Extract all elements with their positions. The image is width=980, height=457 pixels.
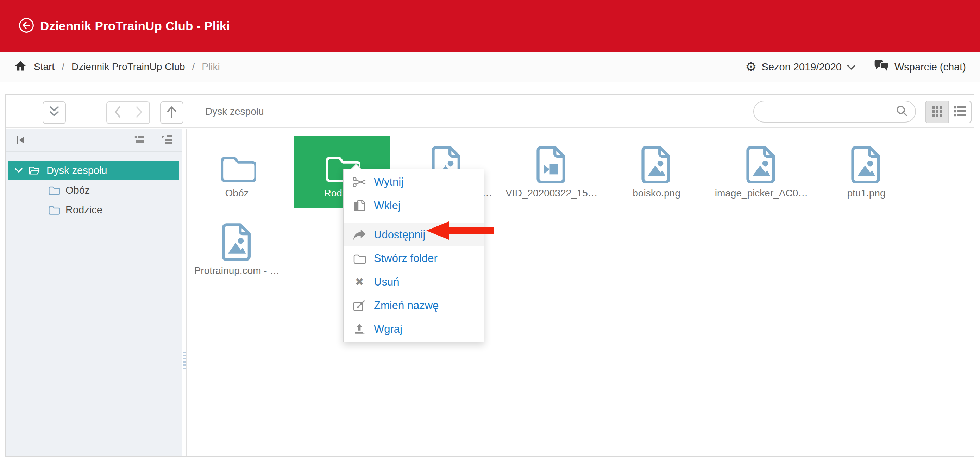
season-selector[interactable]: ⚙ Sezon 2019/2020 — [745, 61, 856, 73]
menu-item-wytnij[interactable]: Wytnij — [344, 170, 484, 194]
arrow-left-circle-icon — [18, 17, 35, 35]
menu-item-label: Stwórz folder — [374, 252, 438, 265]
menu-item-zmien-nazwe[interactable]: Zmień nazwę — [344, 294, 484, 317]
tree-item-label: Obóz — [65, 185, 90, 196]
collapse-tree-icon[interactable] — [132, 135, 145, 145]
chevron-right-icon — [135, 106, 143, 119]
file-tile-image-picker[interactable]: image_picker_AC0… — [713, 136, 810, 208]
paste-icon — [352, 199, 367, 212]
search-icon[interactable] — [896, 105, 908, 119]
sidebar-resize-handle[interactable] — [183, 352, 186, 369]
support-chat-link[interactable]: Wsparcie (chat) — [874, 59, 966, 75]
support-label: Wsparcie (chat) — [894, 61, 966, 73]
screen: Dziennik ProTrainUp Club - Pliki Start /… — [0, 0, 980, 457]
tree-item-label: Rodzice — [65, 204, 102, 216]
menu-item-udostepnij[interactable]: Udostępnij — [344, 223, 484, 247]
video-file-icon — [503, 136, 600, 185]
breadcrumb-item-club[interactable]: Dziennik ProTrainUp Club — [72, 61, 185, 73]
back-nav-button[interactable] — [107, 102, 129, 123]
share-icon — [352, 229, 367, 240]
file-name: boisko.png — [608, 185, 705, 201]
breadcrumb-bar: Start / Dziennik ProTrainUp Club / Pliki… — [0, 52, 980, 83]
file-name: image_picker_AC0… — [713, 185, 810, 201]
collapse-sidebar-icon[interactable] — [15, 134, 27, 146]
current-location-label: Dysk zespołu — [205, 95, 264, 128]
delete-icon: ✖ — [352, 277, 367, 287]
image-file-icon — [818, 136, 915, 185]
file-tile-ptu1[interactable]: ptu1.png — [818, 136, 915, 208]
menu-item-label: Wgraj — [374, 323, 402, 336]
rename-icon — [352, 299, 367, 312]
file-name: Protrainup.com - … — [189, 263, 285, 279]
app-header: Dziennik ProTrainUp Club - Pliki — [0, 0, 980, 52]
file-manager-toolbar: Dysk zespołu — [6, 95, 974, 128]
expand-tree-icon[interactable] — [161, 135, 173, 145]
folder-tree-sidebar: Dysk zespołu Obóz — [6, 129, 182, 456]
search-input[interactable] — [754, 106, 896, 117]
tree-item-label: Dysk zespołu — [46, 165, 107, 177]
forward-nav-button[interactable] — [129, 102, 149, 123]
page-title: Dziennik ProTrainUp Club - Pliki — [40, 19, 230, 33]
double-chevron-down-icon — [48, 106, 60, 120]
menu-item-stworz-folder[interactable]: Stwórz folder — [344, 247, 484, 270]
file-tile-vid[interactable]: VID_20200322_15… — [503, 136, 600, 208]
menu-divider — [344, 220, 484, 220]
history-nav-group — [106, 101, 150, 124]
list-view-button[interactable] — [949, 101, 971, 123]
tree-item-dysk-zespolu[interactable]: Dysk zespołu — [8, 161, 179, 180]
menu-item-wgraj[interactable]: Wgraj — [344, 317, 484, 341]
file-manager-panel: Dysk zespołu — [5, 94, 974, 457]
menu-item-label: Zmień nazwę — [374, 299, 439, 312]
tree-expander-icon[interactable] — [13, 167, 25, 173]
tree-item-rodzice[interactable]: Rodzice — [6, 200, 182, 220]
grid-view-button[interactable] — [926, 101, 949, 123]
breadcrumb-separator: / — [62, 61, 64, 73]
tree-item-oboz[interactable]: Obóz — [6, 180, 182, 200]
gear-icon: ⚙ — [745, 61, 756, 73]
menu-item-wklej[interactable]: Wklej — [344, 194, 484, 217]
file-grid: Obóz Rodzice — [186, 129, 974, 456]
upload-icon — [352, 323, 367, 336]
folder-tree: Dysk zespołu Obóz — [6, 152, 182, 220]
breadcrumb-item-start[interactable]: Start — [34, 61, 54, 73]
list-view-icon — [954, 105, 966, 119]
open-folder-icon — [28, 165, 40, 176]
folder-icon — [189, 136, 285, 185]
image-file-icon — [189, 213, 285, 263]
file-name: Obóz — [189, 185, 285, 201]
menu-item-label: Wytnij — [374, 176, 403, 188]
breadcrumb: Start / Dziennik ProTrainUp Club / Pliki — [14, 60, 220, 74]
season-label: Sezon 2019/2020 — [762, 61, 842, 73]
sidebar-header — [6, 129, 182, 152]
breadcrumb-separator: / — [192, 61, 195, 73]
file-tile-protrainup[interactable]: Protrainup.com - … — [189, 213, 285, 285]
image-file-icon — [608, 136, 705, 185]
sidebar-divider — [182, 129, 186, 456]
collapse-toolbar-button[interactable] — [43, 101, 66, 124]
view-toggle-group — [925, 101, 972, 123]
up-directory-button[interactable] — [160, 101, 183, 124]
breadcrumb-item-pliki: Pliki — [202, 61, 220, 73]
file-tile-oboz[interactable]: Obóz — [189, 136, 285, 208]
image-file-icon — [713, 136, 810, 185]
context-menu: Wytnij Wklej — [343, 169, 484, 342]
search-box — [753, 101, 916, 123]
file-name: VID_20200322_15… — [503, 185, 600, 201]
grid-view-icon — [931, 105, 943, 119]
menu-item-usun[interactable]: ✖ Usuń — [344, 270, 484, 294]
folder-icon — [352, 253, 367, 264]
file-tile-boisko[interactable]: boisko.png — [608, 136, 705, 208]
chevron-down-icon — [846, 61, 856, 73]
chevron-left-icon — [114, 106, 121, 119]
chat-icon — [874, 59, 889, 75]
back-button[interactable] — [18, 18, 35, 34]
menu-item-label: Wklej — [374, 199, 401, 212]
home-icon[interactable] — [14, 60, 27, 74]
arrow-up-icon — [166, 105, 177, 120]
menu-item-label: Udostępnij — [374, 228, 425, 241]
folder-icon — [48, 205, 60, 215]
menu-item-label: Usuń — [374, 275, 399, 288]
folder-icon — [48, 185, 60, 195]
file-manager-content: Dysk zespołu Obóz — [6, 129, 974, 456]
file-name: ptu1.png — [818, 185, 915, 201]
